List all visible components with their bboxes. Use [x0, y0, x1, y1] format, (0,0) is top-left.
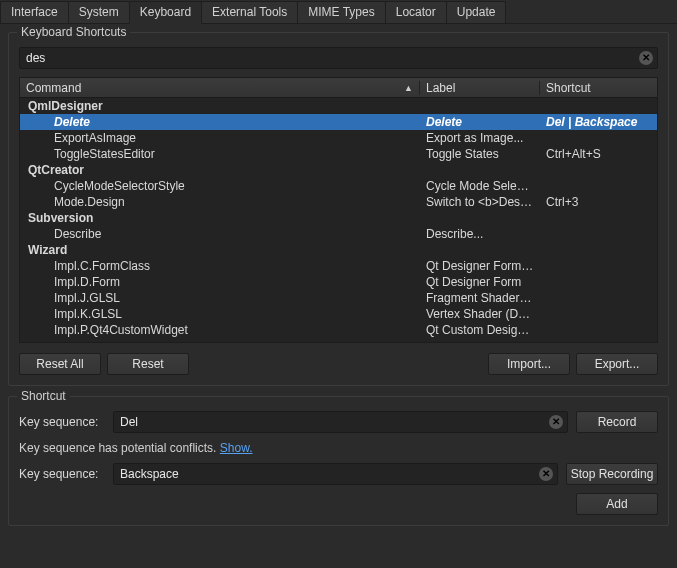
table-row[interactable]: Impl.J.GLSLFragment Shader (Des... — [20, 290, 657, 306]
table-row[interactable]: QtCreator — [20, 162, 657, 178]
cell-command: Wizard — [20, 243, 420, 257]
tab-locator[interactable]: Locator — [385, 1, 447, 23]
cell-label: Qt Designer Form Class — [420, 259, 540, 273]
cell-command: Impl.J.GLSL — [20, 291, 420, 305]
table-row[interactable]: Impl.D.FormQt Designer Form — [20, 274, 657, 290]
import-button[interactable]: Import... — [488, 353, 570, 375]
record-button[interactable]: Record — [576, 411, 658, 433]
table-row[interactable]: Impl.C.FormClassQt Designer Form Class — [20, 258, 657, 274]
cell-command: Impl.K.GLSL — [20, 307, 420, 321]
cell-label: Export as Image... — [420, 131, 540, 145]
cell-command: Delete — [20, 115, 420, 129]
reset-button[interactable]: Reset — [107, 353, 189, 375]
add-button[interactable]: Add — [576, 493, 658, 515]
stop-recording-button[interactable]: Stop Recording — [566, 463, 658, 485]
cell-label: Cycle Mode Selector ... — [420, 179, 540, 193]
search-input[interactable] — [26, 51, 639, 65]
reset-all-button[interactable]: Reset All — [19, 353, 101, 375]
tab-system[interactable]: System — [68, 1, 130, 23]
table-row[interactable]: Impl.K.GLSLVertex Shader (Deskto... — [20, 306, 657, 322]
key-sequence-label-2: Key sequence: — [19, 467, 105, 481]
cell-label: Switch to <b>Design... — [420, 195, 540, 209]
cell-command: QtCreator — [20, 163, 420, 177]
tab-interface[interactable]: Interface — [0, 1, 69, 23]
key-sequence-field-2[interactable]: ✕ — [113, 463, 558, 485]
table-row[interactable]: Wizard — [20, 242, 657, 258]
cell-command: Subversion — [20, 211, 420, 225]
clear-search-icon[interactable]: ✕ — [639, 51, 653, 65]
cell-label: Delete — [420, 115, 540, 129]
table-row[interactable]: Subversion — [20, 210, 657, 226]
conflict-text: Key sequence has potential conflicts. — [19, 441, 220, 455]
cell-command: CycleModeSelectorStyle — [20, 179, 420, 193]
clear-sequence-1-icon[interactable]: ✕ — [549, 415, 563, 429]
tab-mime-types[interactable]: MIME Types — [297, 1, 385, 23]
shortcut-table: Command ▲ Label Shortcut QmlDesignerDele… — [19, 77, 658, 343]
cell-label: Describe... — [420, 227, 540, 241]
table-row[interactable]: CycleModeSelectorStyleCycle Mode Selecto… — [20, 178, 657, 194]
cell-label: Qt Custom Designer ... — [420, 323, 540, 337]
search-input-wrapper[interactable]: ✕ — [19, 47, 658, 69]
shortcut-editor-title: Shortcut — [17, 389, 70, 403]
column-shortcut[interactable]: Shortcut — [540, 81, 657, 95]
column-command[interactable]: Command ▲ — [20, 81, 420, 95]
tab-update[interactable]: Update — [446, 1, 507, 23]
table-header[interactable]: Command ▲ Label Shortcut — [20, 78, 657, 98]
cell-shortcut: Ctrl+3 — [540, 195, 657, 209]
conflict-show-link[interactable]: Show. — [220, 441, 253, 455]
cell-command: ToggleStatesEditor — [20, 147, 420, 161]
cell-command: Impl.P.Qt4CustomWidget — [20, 323, 420, 337]
table-row[interactable]: Mode.DesignSwitch to <b>Design...Ctrl+3 — [20, 194, 657, 210]
column-label[interactable]: Label — [420, 81, 540, 95]
cell-shortcut: Del | Backspace — [540, 115, 657, 129]
cell-shortcut: Ctrl+Alt+S — [540, 147, 657, 161]
key-sequence-input-1[interactable] — [120, 415, 549, 429]
key-sequence-input-2[interactable] — [120, 467, 539, 481]
keyboard-shortcuts-title: Keyboard Shortcuts — [17, 25, 130, 39]
cell-label: Qt Designer Form — [420, 275, 540, 289]
tab-external-tools[interactable]: External Tools — [201, 1, 298, 23]
cell-label: Toggle States — [420, 147, 540, 161]
column-label-label: Label — [426, 81, 455, 95]
table-row[interactable]: Impl.P.Qt4CustomWidgetQt Custom Designer… — [20, 322, 657, 338]
clear-sequence-2-icon[interactable]: ✕ — [539, 467, 553, 481]
cell-label: Fragment Shader (Des... — [420, 291, 540, 305]
table-row[interactable]: ExportAsImageExport as Image... — [20, 130, 657, 146]
key-sequence-field-1[interactable]: ✕ — [113, 411, 568, 433]
table-row[interactable]: DescribeDescribe... — [20, 226, 657, 242]
tab-keyboard[interactable]: Keyboard — [129, 1, 202, 24]
table-row[interactable]: DeleteDeleteDel | Backspace — [20, 114, 657, 130]
cell-command: Impl.D.Form — [20, 275, 420, 289]
cell-command: Impl.C.FormClass — [20, 259, 420, 273]
export-button[interactable]: Export... — [576, 353, 658, 375]
shortcut-editor-group: Shortcut Key sequence: ✕ Record Key sequ… — [8, 396, 669, 526]
cell-command: QmlDesigner — [20, 99, 420, 113]
column-shortcut-label: Shortcut — [546, 81, 591, 95]
cell-command: Mode.Design — [20, 195, 420, 209]
cell-command: Describe — [20, 227, 420, 241]
tab-bar: InterfaceSystemKeyboardExternal ToolsMIM… — [0, 0, 677, 24]
keyboard-shortcuts-group: Keyboard Shortcuts ✕ Command ▲ Label Sho… — [8, 32, 669, 386]
sort-ascending-icon: ▲ — [404, 83, 413, 93]
key-sequence-label-1: Key sequence: — [19, 415, 105, 429]
cell-command: ExportAsImage — [20, 131, 420, 145]
cell-label: Vertex Shader (Deskto... — [420, 307, 540, 321]
column-command-label: Command — [26, 81, 81, 95]
conflict-message: Key sequence has potential conflicts. Sh… — [19, 441, 658, 455]
table-row[interactable]: QmlDesigner — [20, 98, 657, 114]
table-row[interactable]: ToggleStatesEditorToggle StatesCtrl+Alt+… — [20, 146, 657, 162]
table-body: QmlDesignerDeleteDeleteDel | BackspaceEx… — [20, 98, 657, 342]
